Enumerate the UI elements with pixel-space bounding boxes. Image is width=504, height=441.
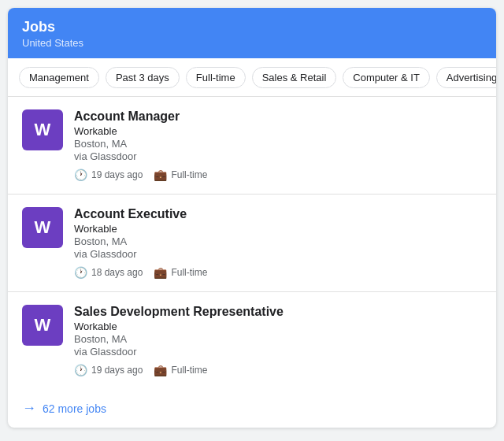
jobs-card: Jobs United States Management Past 3 day…	[8, 8, 496, 428]
job-location-2: Boston, MA	[74, 333, 482, 345]
header-subtitle: United States	[22, 37, 482, 49]
more-jobs-link[interactable]: 62 more jobs	[43, 402, 106, 415]
job-details-0: Account Manager Workable Boston, MA via …	[74, 109, 482, 181]
filter-advertising[interactable]: Advertising & M...	[436, 67, 496, 88]
job-source-1: via Glassdoor	[74, 248, 482, 260]
clock-icon: 🕐	[74, 266, 87, 279]
job-type-2: 💼 Full-time	[154, 364, 207, 376]
job-title-1: Account Executive	[74, 207, 482, 221]
clock-icon: 🕐	[74, 169, 87, 181]
filter-management[interactable]: Management	[19, 67, 99, 88]
job-posted-2: 🕐 19 days ago	[74, 364, 143, 376]
header-title: Jobs	[22, 19, 482, 35]
more-jobs-section[interactable]: → 62 more jobs	[8, 389, 496, 428]
table-row[interactable]: W Account Manager Workable Boston, MA vi…	[8, 97, 496, 195]
job-details-1: Account Executive Workable Boston, MA vi…	[74, 207, 482, 279]
filter-past3days[interactable]: Past 3 days	[106, 67, 180, 88]
job-company-2: Workable	[74, 321, 482, 332]
job-title-2: Sales Development Representative	[74, 305, 482, 319]
filters-bar: Management Past 3 days Full-time Sales &…	[8, 58, 496, 97]
table-row[interactable]: W Sales Development Representative Worka…	[8, 292, 496, 389]
job-location-0: Boston, MA	[74, 138, 482, 150]
header: Jobs United States	[8, 8, 496, 58]
company-logo-2: W	[22, 305, 63, 346]
job-type-0: 💼 Full-time	[154, 169, 207, 181]
filter-computerit[interactable]: Computer & IT	[343, 67, 430, 88]
job-meta-1: 🕐 18 days ago 💼 Full-time	[74, 266, 482, 279]
job-posted-0: 🕐 19 days ago	[74, 169, 143, 181]
job-posted-1: 🕐 18 days ago	[74, 266, 143, 279]
briefcase-icon: 💼	[154, 169, 167, 181]
filter-salesretail[interactable]: Sales & Retail	[252, 67, 337, 88]
job-type-1: 💼 Full-time	[154, 266, 207, 279]
filter-fulltime[interactable]: Full-time	[186, 67, 246, 88]
clock-icon: 🕐	[74, 364, 87, 376]
job-details-2: Sales Development Representative Workabl…	[74, 305, 482, 376]
job-meta-2: 🕐 19 days ago 💼 Full-time	[74, 364, 482, 376]
job-title-0: Account Manager	[74, 109, 482, 124]
arrow-right-icon: →	[22, 400, 36, 417]
company-logo-1: W	[22, 207, 63, 248]
briefcase-icon: 💼	[154, 364, 167, 376]
job-list: W Account Manager Workable Boston, MA vi…	[8, 97, 496, 389]
job-source-0: via Glassdoor	[74, 150, 482, 162]
job-source-2: via Glassdoor	[74, 346, 482, 358]
job-location-1: Boston, MA	[74, 235, 482, 247]
briefcase-icon: 💼	[154, 266, 167, 279]
job-company-0: Workable	[74, 125, 482, 137]
table-row[interactable]: W Account Executive Workable Boston, MA …	[8, 195, 496, 292]
job-meta-0: 🕐 19 days ago 💼 Full-time	[74, 169, 482, 181]
job-company-1: Workable	[74, 223, 482, 235]
company-logo-0: W	[22, 109, 63, 150]
